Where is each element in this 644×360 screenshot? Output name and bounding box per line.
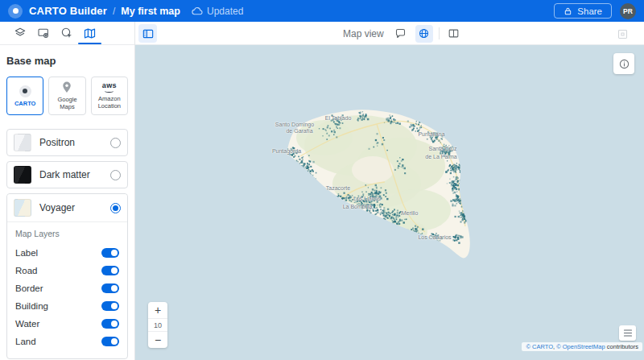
carto-attribution-link[interactable]: © CARTO	[526, 343, 553, 350]
map-layers-section: Map Layers Label Road Border	[7, 221, 127, 358]
provider-label: CARTO	[14, 100, 36, 107]
dark-matter-radio[interactable]	[110, 170, 121, 180]
zoom-in-button[interactable]: +	[148, 302, 167, 318]
tooltip-icon	[394, 27, 407, 39]
layer-row-border: Border	[15, 281, 119, 296]
building-toggle[interactable]	[101, 301, 119, 311]
basemap-render	[135, 45, 642, 360]
tab-data[interactable]	[31, 22, 55, 44]
map-toolbar: Map view	[135, 22, 644, 45]
border-toggle[interactable]	[101, 283, 119, 293]
share-button[interactable]: Share	[554, 3, 612, 19]
provider-amazon-location[interactable]: aws Amazon Location	[91, 77, 128, 115]
style-dark-matter[interactable]: Dark matter	[6, 161, 128, 188]
tooltip-button[interactable]	[392, 25, 410, 43]
app-title: CARTO Builder	[29, 5, 107, 17]
cloud-icon	[192, 6, 203, 15]
split-view-icon	[448, 27, 460, 39]
style-label: Voyager	[39, 202, 75, 213]
provider-label: Google Maps	[51, 96, 83, 110]
legend-button[interactable]	[619, 325, 636, 341]
provider-label: Amazon Location	[93, 95, 126, 110]
layer-row-label: Label	[15, 246, 119, 260]
basemap-panel: Base map CARTO Google Maps aws	[0, 45, 134, 360]
aws-logo-icon: aws	[102, 82, 117, 93]
map-title[interactable]: My first map	[121, 6, 180, 17]
osm-attribution-link[interactable]: © OpenStreetMap	[556, 343, 605, 350]
info-button[interactable]	[613, 53, 634, 74]
toolbar-divider	[439, 27, 440, 39]
legend-list-icon	[623, 329, 633, 337]
layers-icon	[14, 27, 27, 39]
style-voyager-group: Voyager Map Layers Label Road	[6, 193, 128, 359]
info-icon	[618, 58, 630, 70]
fullscreen-button[interactable]	[613, 25, 631, 43]
positron-radio[interactable]	[110, 138, 121, 148]
style-voyager[interactable]: Voyager	[7, 194, 127, 221]
left-panel: Base map CARTO Google Maps aws	[0, 22, 135, 360]
fullscreen-icon	[617, 28, 629, 40]
tab-basemap[interactable]	[78, 22, 101, 44]
provider-google-maps[interactable]: Google Maps	[48, 77, 85, 115]
map-column: Map view	[135, 22, 644, 360]
carto-logo[interactable]	[8, 4, 23, 19]
breadcrumb-separator: /	[113, 6, 115, 17]
basemap-globe-icon	[418, 27, 430, 39]
style-label: Dark matter	[39, 169, 90, 180]
water-toggle[interactable]	[101, 319, 119, 329]
positron-thumbnail	[14, 134, 31, 151]
collapse-panel-icon	[142, 27, 155, 40]
share-label: Share	[577, 6, 602, 16]
save-status: Updated	[192, 6, 243, 17]
land-toggle[interactable]	[101, 337, 119, 346]
style-label: Positron	[39, 137, 75, 148]
data-icon	[37, 27, 50, 39]
map-pin-icon	[62, 81, 72, 93]
zoom-out-button[interactable]: −	[148, 332, 167, 348]
basemap-icon	[83, 27, 97, 40]
carto-provider-icon	[19, 85, 31, 97]
lock-icon	[564, 6, 572, 16]
provider-carto[interactable]: CARTO	[6, 77, 43, 115]
view-controls: Map view	[343, 22, 463, 45]
tab-interactions[interactable]	[55, 22, 78, 44]
user-avatar[interactable]: PR	[620, 3, 636, 19]
split-view-button[interactable]	[445, 25, 463, 43]
panel-title: Base map	[6, 55, 128, 67]
panel-tabbar	[0, 22, 134, 45]
map-canvas[interactable]: El TabladoSanto Domingode GarafíaPuntago…	[135, 45, 644, 360]
voyager-radio[interactable]	[110, 203, 121, 213]
layer-row-land: Land	[15, 334, 119, 349]
label-toggle[interactable]	[101, 248, 119, 258]
save-status-label: Updated	[207, 6, 243, 17]
collapse-panel-button[interactable]	[138, 24, 157, 43]
map-layers-title: Map Layers	[15, 229, 119, 238]
layer-row-building: Building	[15, 299, 119, 313]
layer-row-road: Road	[15, 263, 119, 278]
zoom-control: + 10 −	[148, 302, 167, 348]
basemap-providers: CARTO Google Maps aws Amazon Location	[6, 77, 128, 115]
basemap-view-button[interactable]	[415, 25, 433, 43]
zoom-level: 10	[148, 318, 167, 332]
map-attribution: © CARTO, © OpenStreetMap contributors	[522, 342, 642, 351]
tab-layers[interactable]	[8, 22, 31, 44]
dark-matter-thumbnail	[14, 166, 31, 184]
layer-row-water: Water	[15, 317, 119, 331]
map-view-label: Map view	[343, 28, 384, 39]
style-positron[interactable]: Positron	[6, 129, 128, 156]
app-header: CARTO Builder / My first map Updated Sha…	[0, 0, 644, 22]
voyager-thumbnail	[14, 199, 31, 217]
road-toggle[interactable]	[101, 266, 119, 275]
interactions-icon	[60, 27, 73, 39]
carto-builder-app: CARTO Builder / My first map Updated Sha…	[0, 0, 644, 360]
